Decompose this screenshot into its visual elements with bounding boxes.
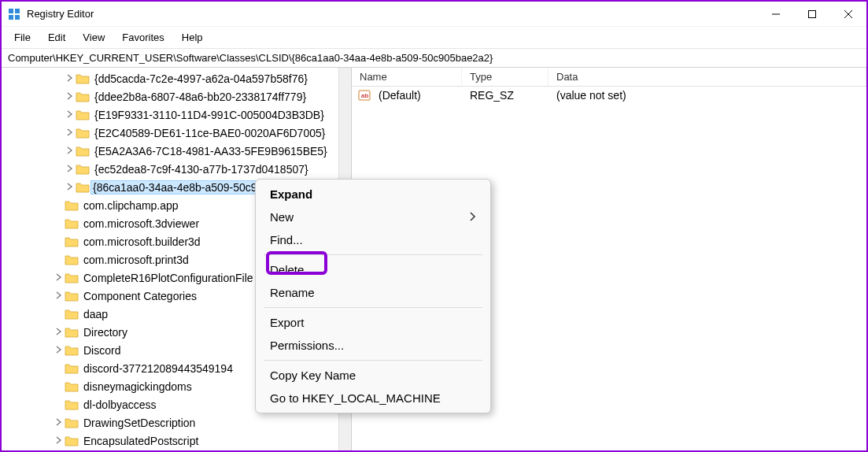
col-header-name[interactable]: Name [352, 68, 462, 86]
chevron-right-icon[interactable] [65, 146, 76, 156]
ctx-find[interactable]: Find... [256, 228, 490, 251]
tree-item[interactable]: {E19F9331-3110-11D4-991C-005004D3B3DB} [2, 106, 351, 124]
tree-item[interactable]: {ec52dea8-7c9f-4130-a77b-1737d0418507} [2, 160, 351, 178]
chevron-right-icon [470, 210, 476, 224]
menu-edit[interactable]: Edit [40, 28, 73, 46]
chevron-right-icon[interactable] [65, 110, 76, 120]
tree-item-label: dl-dolbyaccess [83, 398, 157, 411]
tree-item-label: EncapsulatedPostscript [83, 435, 198, 447]
ctx-delete[interactable]: Delete [256, 258, 490, 281]
folder-icon [65, 308, 79, 320]
chevron-right-icon[interactable] [54, 273, 65, 283]
folder-icon [76, 163, 90, 176]
chevron-right-icon[interactable] [65, 92, 76, 102]
tree-item[interactable]: {ddee2b8a-6807-48a6-bb20-2338174ff779} [2, 87, 351, 106]
svg-rect-2 [9, 15, 13, 20]
folder-icon [76, 145, 90, 157]
ctx-new[interactable]: New [256, 206, 490, 228]
tree-item-label: Component Categories [83, 290, 197, 302]
value-row[interactable]: ab(Default)REG_SZ(value not set) [352, 87, 866, 104]
ctx-separator [264, 254, 482, 255]
folder-icon [65, 344, 79, 357]
ctx-expand-label: Expand [270, 187, 312, 201]
tree-item[interactable]: {E5A2A3A6-7C18-4981-AA33-5FE9B9615BE5} [2, 142, 351, 160]
folder-icon [65, 326, 79, 339]
tree-item[interactable]: EncapsulatedPostscript [2, 432, 351, 450]
window-title: Registry Editor [27, 8, 758, 20]
ctx-separator [264, 307, 482, 308]
folder-icon [65, 235, 79, 248]
tree-item-label: daap [83, 308, 108, 320]
tree-item-label: DrawingSetDescription [83, 417, 195, 429]
ctx-export[interactable]: Export [256, 311, 490, 334]
tree-item-label: {ddee2b8a-6807-48a6-bb20-2338174ff779} [94, 91, 306, 103]
ctx-rename[interactable]: Rename [256, 281, 490, 304]
string-value-icon: ab [358, 89, 371, 102]
folder-icon [76, 72, 90, 85]
ctx-separator [264, 360, 482, 361]
chevron-right-icon[interactable] [54, 346, 65, 355]
tree-item-label: {ec52dea8-7c9f-4130-a77b-1737d0418507} [94, 163, 308, 176]
tree-item-label: disneymagickingdoms [83, 380, 192, 393]
tree-item[interactable]: {dd5cacda-7c2e-4997-a62a-04a597b58f76} [2, 69, 351, 87]
tree-item[interactable]: {E2C40589-DE61-11ce-BAE0-0020AF6D7005} [2, 124, 351, 142]
chevron-right-icon[interactable] [65, 165, 76, 174]
maximize-button[interactable] [794, 2, 830, 26]
svg-rect-3 [15, 15, 20, 20]
ctx-permissions[interactable]: Permissions... [256, 334, 490, 357]
chevron-right-icon[interactable] [54, 436, 65, 446]
ctx-rename-label: Rename [270, 286, 315, 299]
ctx-copy-key-name-label: Copy Key Name [270, 369, 356, 382]
tree-item-label: com.microsoft.print3d [83, 254, 189, 266]
folder-icon [65, 290, 79, 302]
chevron-right-icon[interactable] [54, 328, 65, 337]
ctx-expand[interactable]: Expand [256, 183, 490, 206]
tree-item-label: com.microsoft.3dviewer [83, 217, 199, 230]
ctx-find-label: Find... [270, 233, 303, 246]
ctx-export-label: Export [270, 316, 304, 329]
chevron-right-icon[interactable] [65, 183, 76, 192]
folder-icon [65, 272, 79, 284]
folder-icon [65, 217, 79, 230]
ctx-copy-key-name[interactable]: Copy Key Name [256, 364, 490, 387]
app-icon [8, 8, 20, 20]
tree-item-label: com.microsoft.builder3d [83, 235, 201, 248]
tree-item-label: {E5A2A3A6-7C18-4981-AA33-5FE9B9615BE5} [94, 145, 327, 157]
address-bar[interactable]: Computer\HKEY_CURRENT_USER\Software\Clas… [2, 49, 866, 68]
menu-help[interactable]: Help [174, 28, 211, 46]
folder-icon [65, 435, 79, 447]
value-type: REG_SZ [462, 89, 549, 102]
tree-item-label: {E19F9331-3110-11D4-991C-005004D3B3DB} [94, 109, 324, 121]
menu-file[interactable]: File [6, 28, 39, 46]
close-button[interactable] [830, 2, 866, 26]
tree-item-label: CompleteR16PlotConfigurationFile [83, 272, 253, 284]
value-name: (Default) [371, 89, 462, 102]
folder-icon [76, 91, 90, 103]
chevron-right-icon[interactable] [54, 418, 65, 428]
svg-text:ab: ab [361, 92, 368, 99]
tree-item-label: Directory [83, 326, 127, 339]
values-header: Name Type Data [352, 68, 866, 87]
tree-item[interactable]: ErrorLogFile [2, 450, 351, 450]
value-data: (value not set) [549, 89, 866, 102]
tree-item-label: {E2C40589-DE61-11ce-BAE0-0020AF6D7005} [94, 127, 325, 139]
folder-icon [65, 417, 79, 429]
tree-item[interactable]: DrawingSetDescription [2, 413, 351, 432]
folder-icon [76, 109, 90, 121]
col-header-data[interactable]: Data [549, 68, 866, 86]
folder-icon [65, 380, 79, 393]
chevron-right-icon[interactable] [65, 74, 76, 83]
col-header-type[interactable]: Type [462, 68, 549, 86]
menu-favorites[interactable]: Favorites [114, 28, 172, 46]
tree-item-label: discord-377212089443549194 [83, 362, 233, 375]
folder-icon [76, 127, 90, 139]
address-path: Computer\HKEY_CURRENT_USER\Software\Clas… [8, 52, 493, 64]
menu-view[interactable]: View [75, 28, 113, 46]
folder-icon [76, 181, 90, 194]
minimize-button[interactable] [758, 2, 794, 26]
chevron-right-icon[interactable] [65, 128, 76, 138]
folder-icon [65, 362, 79, 375]
ctx-goto-hklm[interactable]: Go to HKEY_LOCAL_MACHINE [256, 387, 490, 409]
ctx-permissions-label: Permissions... [270, 339, 344, 352]
chevron-right-icon[interactable] [54, 291, 65, 301]
